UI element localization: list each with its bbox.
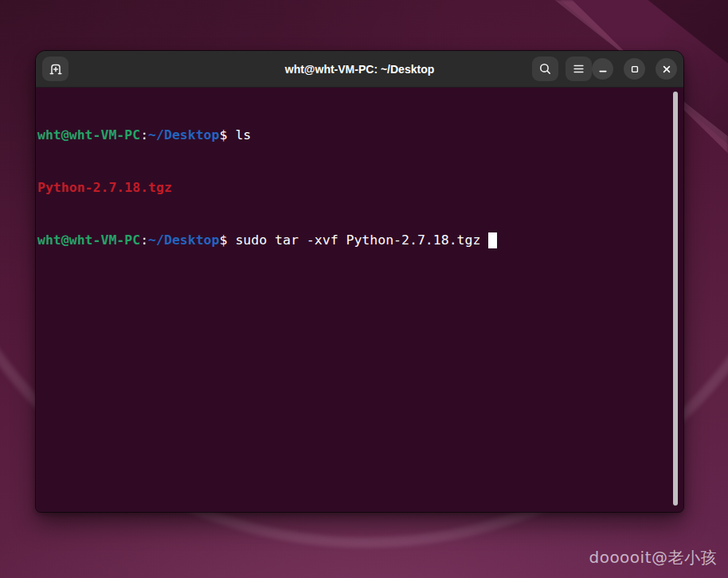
close-icon — [660, 63, 673, 76]
new-tab-icon — [48, 61, 64, 77]
prompt-user-host: wht@wht-VM-PC — [37, 232, 140, 248]
terminal-line-prompt-tar: wht@wht-VM-PC:~/Desktop$sudo tar -xvf Py… — [37, 232, 672, 249]
prompt-path: ~/Desktop — [148, 232, 219, 248]
maximize-button[interactable] — [624, 58, 645, 80]
hamburger-menu-icon — [572, 62, 585, 76]
terminal-line-output: Python-2.7.18.tgz — [37, 179, 672, 197]
menu-button[interactable] — [566, 57, 592, 81]
terminal-line-prompt-ls: wht@wht-VM-PC:~/Desktop$ls — [37, 127, 672, 144]
minimize-icon — [597, 63, 609, 76]
new-tab-button[interactable] — [42, 57, 68, 81]
watermark: dooooit@老小孩 — [589, 547, 717, 568]
window-title: wht@wht-VM-PC: ~/Desktop — [285, 63, 434, 76]
scrollbar-thumb[interactable] — [673, 92, 678, 506]
command-ls: ls — [235, 127, 251, 143]
search-button[interactable] — [532, 57, 558, 81]
command-tar-extract: sudo tar -xvf Python-2.7.18.tgz — [235, 232, 480, 248]
prompt-symbol: $ — [219, 127, 227, 143]
prompt-user-host: wht@wht-VM-PC — [37, 127, 140, 143]
listed-file-name: Python-2.7.18.tgz — [37, 180, 172, 195]
terminal-cursor — [488, 232, 497, 248]
prompt-separator: : — [140, 127, 148, 143]
desktop-background: wht@wht-VM-PC: ~/Desktop — [0, 0, 728, 578]
titlebar-controls — [532, 57, 677, 81]
prompt-path: ~/Desktop — [148, 127, 219, 143]
close-button[interactable] — [656, 58, 677, 80]
terminal-content[interactable]: wht@wht-VM-PC:~/Desktop$ls Python-2.7.18… — [36, 88, 683, 511]
terminal-window: wht@wht-VM-PC: ~/Desktop — [36, 51, 683, 512]
maximize-icon — [628, 63, 641, 76]
minimize-button[interactable] — [592, 58, 613, 80]
prompt-separator: : — [140, 232, 148, 248]
prompt-symbol: $ — [219, 232, 227, 248]
search-icon — [538, 62, 552, 76]
titlebar[interactable]: wht@wht-VM-PC: ~/Desktop — [36, 51, 683, 88]
